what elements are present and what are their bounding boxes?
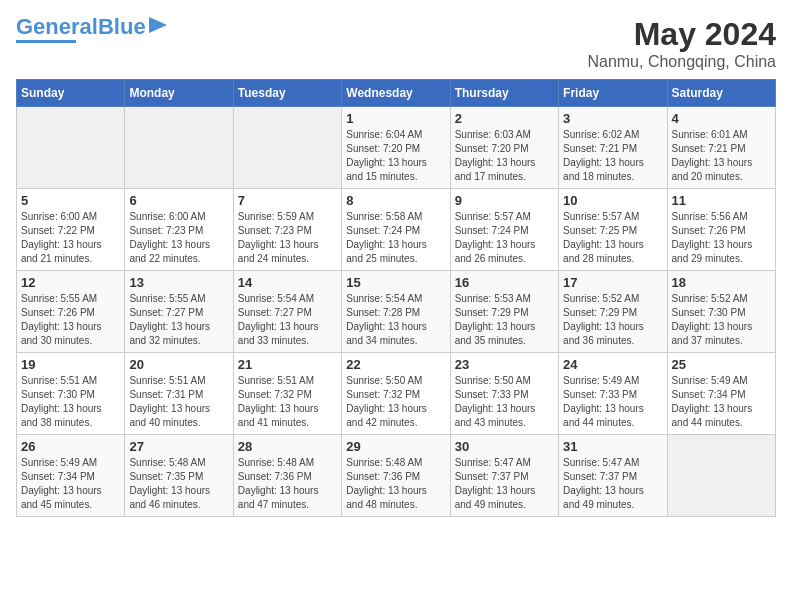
- day-info: Sunrise: 5:57 AM Sunset: 7:24 PM Dayligh…: [455, 210, 554, 266]
- day-number: 26: [21, 439, 120, 454]
- day-info: Sunrise: 6:04 AM Sunset: 7:20 PM Dayligh…: [346, 128, 445, 184]
- logo-text: GeneralBlue: [16, 16, 146, 38]
- calendar-cell: 30Sunrise: 5:47 AM Sunset: 7:37 PM Dayli…: [450, 435, 558, 517]
- calendar-cell: 17Sunrise: 5:52 AM Sunset: 7:29 PM Dayli…: [559, 271, 667, 353]
- day-number: 12: [21, 275, 120, 290]
- calendar-cell: 14Sunrise: 5:54 AM Sunset: 7:27 PM Dayli…: [233, 271, 341, 353]
- day-number: 29: [346, 439, 445, 454]
- day-number: 16: [455, 275, 554, 290]
- day-number: 6: [129, 193, 228, 208]
- page-header: GeneralBlue May 2024 Nanmu, Chongqing, C…: [16, 16, 776, 71]
- calendar-cell: 19Sunrise: 5:51 AM Sunset: 7:30 PM Dayli…: [17, 353, 125, 435]
- day-number: 3: [563, 111, 662, 126]
- calendar-cell: 2Sunrise: 6:03 AM Sunset: 7:20 PM Daylig…: [450, 107, 558, 189]
- calendar-cell: 13Sunrise: 5:55 AM Sunset: 7:27 PM Dayli…: [125, 271, 233, 353]
- calendar-week-row: 19Sunrise: 5:51 AM Sunset: 7:30 PM Dayli…: [17, 353, 776, 435]
- day-number: 28: [238, 439, 337, 454]
- calendar-cell: 3Sunrise: 6:02 AM Sunset: 7:21 PM Daylig…: [559, 107, 667, 189]
- calendar-cell: 16Sunrise: 5:53 AM Sunset: 7:29 PM Dayli…: [450, 271, 558, 353]
- weekday-header: Friday: [559, 80, 667, 107]
- day-info: Sunrise: 5:59 AM Sunset: 7:23 PM Dayligh…: [238, 210, 337, 266]
- day-number: 19: [21, 357, 120, 372]
- calendar-cell: 25Sunrise: 5:49 AM Sunset: 7:34 PM Dayli…: [667, 353, 775, 435]
- month-title: May 2024: [587, 16, 776, 53]
- calendar-cell: 8Sunrise: 5:58 AM Sunset: 7:24 PM Daylig…: [342, 189, 450, 271]
- day-info: Sunrise: 5:48 AM Sunset: 7:36 PM Dayligh…: [238, 456, 337, 512]
- day-info: Sunrise: 6:03 AM Sunset: 7:20 PM Dayligh…: [455, 128, 554, 184]
- day-info: Sunrise: 5:58 AM Sunset: 7:24 PM Dayligh…: [346, 210, 445, 266]
- day-info: Sunrise: 5:56 AM Sunset: 7:26 PM Dayligh…: [672, 210, 771, 266]
- day-number: 8: [346, 193, 445, 208]
- logo-underline: [16, 40, 76, 43]
- calendar-week-row: 5Sunrise: 6:00 AM Sunset: 7:22 PM Daylig…: [17, 189, 776, 271]
- day-number: 25: [672, 357, 771, 372]
- calendar-cell: 28Sunrise: 5:48 AM Sunset: 7:36 PM Dayli…: [233, 435, 341, 517]
- calendar-cell: 1Sunrise: 6:04 AM Sunset: 7:20 PM Daylig…: [342, 107, 450, 189]
- day-number: 11: [672, 193, 771, 208]
- day-info: Sunrise: 5:50 AM Sunset: 7:33 PM Dayligh…: [455, 374, 554, 430]
- day-info: Sunrise: 5:55 AM Sunset: 7:27 PM Dayligh…: [129, 292, 228, 348]
- calendar-cell: 9Sunrise: 5:57 AM Sunset: 7:24 PM Daylig…: [450, 189, 558, 271]
- day-number: 24: [563, 357, 662, 372]
- weekday-header: Saturday: [667, 80, 775, 107]
- day-info: Sunrise: 5:51 AM Sunset: 7:31 PM Dayligh…: [129, 374, 228, 430]
- weekday-header: Monday: [125, 80, 233, 107]
- day-info: Sunrise: 6:02 AM Sunset: 7:21 PM Dayligh…: [563, 128, 662, 184]
- calendar-cell: 23Sunrise: 5:50 AM Sunset: 7:33 PM Dayli…: [450, 353, 558, 435]
- day-number: 30: [455, 439, 554, 454]
- day-info: Sunrise: 5:49 AM Sunset: 7:34 PM Dayligh…: [672, 374, 771, 430]
- day-number: 7: [238, 193, 337, 208]
- day-number: 17: [563, 275, 662, 290]
- day-info: Sunrise: 5:54 AM Sunset: 7:28 PM Dayligh…: [346, 292, 445, 348]
- calendar-week-row: 1Sunrise: 6:04 AM Sunset: 7:20 PM Daylig…: [17, 107, 776, 189]
- day-number: 10: [563, 193, 662, 208]
- weekday-header: Tuesday: [233, 80, 341, 107]
- calendar-cell: 29Sunrise: 5:48 AM Sunset: 7:36 PM Dayli…: [342, 435, 450, 517]
- day-number: 14: [238, 275, 337, 290]
- logo-arrow-icon: [149, 17, 167, 33]
- calendar-cell: 6Sunrise: 6:00 AM Sunset: 7:23 PM Daylig…: [125, 189, 233, 271]
- weekday-header: Wednesday: [342, 80, 450, 107]
- calendar-cell: [17, 107, 125, 189]
- calendar-cell: 27Sunrise: 5:48 AM Sunset: 7:35 PM Dayli…: [125, 435, 233, 517]
- day-info: Sunrise: 5:49 AM Sunset: 7:34 PM Dayligh…: [21, 456, 120, 512]
- calendar-body: 1Sunrise: 6:04 AM Sunset: 7:20 PM Daylig…: [17, 107, 776, 517]
- location-title: Nanmu, Chongqing, China: [587, 53, 776, 71]
- weekday-header: Sunday: [17, 80, 125, 107]
- day-number: 5: [21, 193, 120, 208]
- calendar-cell: 26Sunrise: 5:49 AM Sunset: 7:34 PM Dayli…: [17, 435, 125, 517]
- day-number: 9: [455, 193, 554, 208]
- day-info: Sunrise: 5:54 AM Sunset: 7:27 PM Dayligh…: [238, 292, 337, 348]
- calendar-cell: 12Sunrise: 5:55 AM Sunset: 7:26 PM Dayli…: [17, 271, 125, 353]
- calendar-cell: [233, 107, 341, 189]
- day-info: Sunrise: 6:00 AM Sunset: 7:23 PM Dayligh…: [129, 210, 228, 266]
- calendar-cell: 18Sunrise: 5:52 AM Sunset: 7:30 PM Dayli…: [667, 271, 775, 353]
- day-number: 22: [346, 357, 445, 372]
- day-info: Sunrise: 5:57 AM Sunset: 7:25 PM Dayligh…: [563, 210, 662, 266]
- day-number: 1: [346, 111, 445, 126]
- day-info: Sunrise: 5:49 AM Sunset: 7:33 PM Dayligh…: [563, 374, 662, 430]
- day-info: Sunrise: 6:01 AM Sunset: 7:21 PM Dayligh…: [672, 128, 771, 184]
- calendar-table: SundayMondayTuesdayWednesdayThursdayFrid…: [16, 79, 776, 517]
- calendar-cell: 15Sunrise: 5:54 AM Sunset: 7:28 PM Dayli…: [342, 271, 450, 353]
- day-number: 18: [672, 275, 771, 290]
- calendar-cell: 7Sunrise: 5:59 AM Sunset: 7:23 PM Daylig…: [233, 189, 341, 271]
- day-number: 2: [455, 111, 554, 126]
- weekday-row: SundayMondayTuesdayWednesdayThursdayFrid…: [17, 80, 776, 107]
- day-info: Sunrise: 5:47 AM Sunset: 7:37 PM Dayligh…: [455, 456, 554, 512]
- calendar-cell: 5Sunrise: 6:00 AM Sunset: 7:22 PM Daylig…: [17, 189, 125, 271]
- svg-marker-0: [149, 17, 167, 33]
- day-number: 23: [455, 357, 554, 372]
- logo: GeneralBlue: [16, 16, 167, 43]
- day-info: Sunrise: 5:51 AM Sunset: 7:30 PM Dayligh…: [21, 374, 120, 430]
- day-info: Sunrise: 5:51 AM Sunset: 7:32 PM Dayligh…: [238, 374, 337, 430]
- calendar-cell: [125, 107, 233, 189]
- calendar-cell: 20Sunrise: 5:51 AM Sunset: 7:31 PM Dayli…: [125, 353, 233, 435]
- calendar-cell: 4Sunrise: 6:01 AM Sunset: 7:21 PM Daylig…: [667, 107, 775, 189]
- title-block: May 2024 Nanmu, Chongqing, China: [587, 16, 776, 71]
- calendar-cell: [667, 435, 775, 517]
- day-number: 13: [129, 275, 228, 290]
- day-number: 31: [563, 439, 662, 454]
- day-info: Sunrise: 5:52 AM Sunset: 7:29 PM Dayligh…: [563, 292, 662, 348]
- calendar-week-row: 12Sunrise: 5:55 AM Sunset: 7:26 PM Dayli…: [17, 271, 776, 353]
